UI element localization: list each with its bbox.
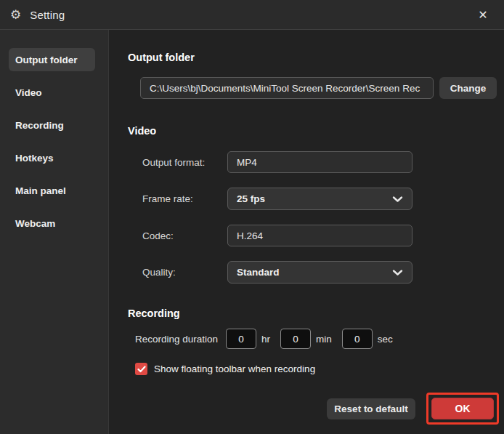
floating-toolbar-label: Show floating toolbar when recording [154,363,315,374]
sidebar-item-hotkeys[interactable]: Hotkeys [9,146,95,169]
output-format-label: Output format: [142,157,227,168]
quality-label: Quality: [142,267,227,278]
reset-to-default-button[interactable]: Reset to default [327,398,415,419]
sidebar-item-video[interactable]: Video [9,81,95,104]
footer-buttons: Reset to default OK [327,393,499,425]
codec-row: Codec: H.264 [142,225,504,246]
gear-icon: ⚙ [10,9,21,21]
sidebar-item-main-panel[interactable]: Main panel [9,179,95,202]
recording-heading: Recording [128,308,504,319]
window-title: Setting [30,9,65,21]
settings-window: ⚙ Setting ✕ Output folder Video Recordin… [0,0,504,434]
output-path-value: C:\Users\bj\Documents\MiniTool Screen Re… [150,83,420,94]
codec-field[interactable]: H.264 [227,225,412,246]
ok-annotation-box: OK [426,393,499,425]
frame-rate-row: Frame rate: 25 fps [142,188,504,210]
sec-unit-label: sec [378,334,393,345]
frame-rate-value: 25 fps [237,193,265,204]
output-folder-heading: Output folder [128,52,504,63]
floating-toolbar-checkbox[interactable] [135,363,147,375]
sidebar: Output folder Video Recording Hotkeys Ma… [0,30,109,434]
output-path-field[interactable]: C:\Users\bj\Documents\MiniTool Screen Re… [140,77,434,99]
sidebar-item-label: Video [15,87,42,98]
minutes-value: 0 [293,334,298,345]
video-heading: Video [128,125,504,137]
recording-duration-label: Recording duration [135,334,218,345]
sidebar-item-webcam[interactable]: Webcam [9,212,95,235]
titlebar: ⚙ Setting ✕ [0,0,504,30]
sidebar-item-output-folder[interactable]: Output folder [9,48,95,71]
seconds-value: 0 [354,334,360,345]
sidebar-item-label: Main panel [15,185,66,196]
quality-value: Standard [237,267,280,278]
output-format-field[interactable]: MP4 [227,151,412,173]
hours-field[interactable]: 0 [226,329,256,349]
app-body: Output folder Video Recording Hotkeys Ma… [0,30,504,434]
sidebar-item-label: Recording [15,120,64,131]
frame-rate-label: Frame rate: [142,193,227,204]
min-unit-label: min [316,334,332,345]
hr-unit-label: hr [261,334,270,345]
frame-rate-dropdown[interactable]: 25 fps [227,188,412,210]
recording-duration-row: Recording duration 0 hr 0 min 0 sec [135,329,504,349]
output-folder-row: C:\Users\bj\Documents\MiniTool Screen Re… [140,77,504,99]
change-button[interactable]: Change [439,77,497,99]
sidebar-item-label: Hotkeys [15,153,54,164]
sidebar-item-recording[interactable]: Recording [9,113,95,137]
output-format-row: Output format: MP4 [142,151,504,173]
seconds-field[interactable]: 0 [342,329,373,349]
hours-value: 0 [238,334,244,345]
ok-button[interactable]: OK [431,398,494,419]
minutes-field[interactable]: 0 [280,329,311,349]
codec-label: Codec: [142,230,227,241]
chevron-down-icon [392,269,403,276]
settings-content: Output folder C:\Users\bj\Documents\Mini… [109,30,504,434]
floating-toolbar-row: Show floating toolbar when recording [135,363,504,375]
quality-row: Quality: Standard [142,261,504,284]
close-icon[interactable]: ✕ [472,4,494,25]
output-format-value: MP4 [237,157,257,168]
chevron-down-icon [392,196,403,203]
sidebar-item-label: Output folder [15,55,77,65]
quality-dropdown[interactable]: Standard [227,261,412,284]
sidebar-item-label: Webcam [15,218,55,229]
codec-value: H.264 [237,230,263,241]
